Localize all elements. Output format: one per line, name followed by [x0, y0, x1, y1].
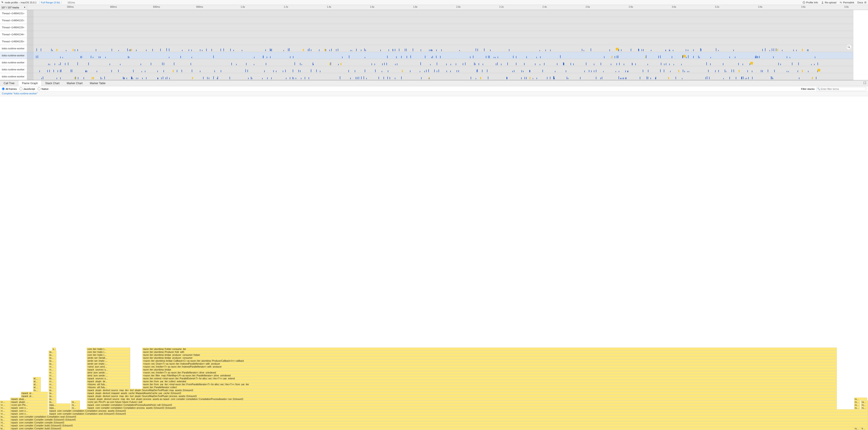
track-lane[interactable]: [27, 31, 868, 38]
flame-frame[interactable]: rspack_pl…: [21, 395, 48, 397]
flame-frame[interactable]: <r…: [49, 365, 57, 368]
timeline-track[interactable]: tokio-runtime-worker: [0, 59, 868, 66]
flame-frame[interactable]: <r…: [49, 386, 57, 389]
timeline-track[interactable]: Thread <14904135>: [0, 38, 868, 45]
flame-frame[interactable]: serde::ser::impls::…: [87, 359, 130, 362]
flame-frame[interactable]: <rayon::iter::plumbing::bridge::Callback…: [143, 359, 837, 362]
flame-frame[interactable]: rspack_core::compiler::compilation::Comp…: [49, 412, 868, 415]
bottom-tab-call-tree[interactable]: Call Tree: [0, 80, 18, 86]
flame-frame[interactable]: al…: [33, 383, 41, 386]
track-name[interactable]: Thread <14904134>: [0, 31, 27, 38]
filter-stacks-input[interactable]: [816, 87, 866, 91]
flame-frame[interactable]: ra…: [49, 377, 57, 380]
range-link[interactable]: Full Range (3.9s): [39, 1, 62, 4]
flame-frame[interactable]: <core::pin::Pin<P> as core::future::futu…: [87, 401, 837, 403]
track-name[interactable]: tokio-runtime-worker: [0, 73, 27, 80]
flame-frame[interactable]: simd_json::serde::…: [87, 371, 130, 374]
flame-frame[interactable]: rs…: [854, 398, 867, 400]
track-name[interactable]: tokio-runtime-worker: [0, 66, 27, 73]
flame-frame[interactable]: rspack_core::compiler::Compiler::build::…: [10, 424, 868, 427]
flame-frame[interactable]: rspack_core::compiler::compilation::Comp…: [49, 409, 868, 412]
flame-frame[interactable]: rs…: [0, 415, 10, 418]
flame-frame[interactable]: tr…: [861, 427, 868, 430]
flame-frame[interactable]: ra…: [49, 362, 57, 365]
flame-frame[interactable]: rs…: [854, 406, 860, 409]
permalink-button[interactable]: Permalink: [839, 1, 854, 4]
flame-frame[interactable]: rs…: [33, 389, 41, 392]
flame-frame[interactable]: serde::ser::impls::…: [87, 362, 130, 365]
flame-frame[interactable]: rspack_sources::s…: [87, 377, 130, 380]
flame-frame[interactable]: <r…: [0, 406, 10, 409]
flame-frame[interactable]: rayon::iter::from_par_iter::collect_exte…: [143, 380, 837, 383]
flame-frame[interactable]: <core::pin::Pin…: [10, 403, 48, 406]
flame-frame[interactable]: rs…: [854, 427, 860, 430]
track-name[interactable]: tokio-runtime-worker: [0, 45, 27, 52]
flame-frame[interactable]: rspack_sources::s…: [87, 368, 130, 371]
flame-frame[interactable]: rayon::iter::plumbing::bridge_producer_c…: [143, 354, 837, 356]
flame-frame[interactable]: rayon::iter::extend::<impl rayon::iter::…: [143, 377, 837, 380]
flame-frame[interactable]: ra…: [49, 401, 57, 403]
filter-javascript[interactable]: JavaScript: [20, 87, 35, 90]
flame-frame[interactable]: <r…: [0, 403, 10, 406]
flame-frame[interactable]: rs…: [71, 401, 80, 403]
flame-frame[interactable]: rspack_core::compiler::compilation::Comp…: [10, 415, 868, 418]
flame-frame[interactable]: <futures_util::futu…: [87, 386, 130, 389]
flame-frame[interactable]: ra…: [49, 359, 57, 362]
flame-frame[interactable]: rspack_core::c…: [10, 409, 48, 412]
flame-frame[interactable]: rspack_plugin_de…: [87, 380, 130, 383]
flame-frame[interactable]: rs…: [854, 401, 860, 403]
flame-frame[interactable]: rspa…: [49, 403, 70, 406]
track-lane[interactable]: [27, 24, 868, 31]
flame-frame[interactable]: rspack_core::compiler::Compiler::compile…: [10, 418, 868, 421]
flame-frame[interactable]: <r…: [49, 371, 57, 374]
track-name[interactable]: tokio-runtime-worker: [0, 52, 27, 59]
filter-all-radio[interactable]: [2, 87, 5, 90]
bottom-tab-stack-chart[interactable]: Stack Chart: [42, 80, 63, 86]
flame-frame[interactable]: <rayon::vec::Drain<T> as rayon::iter::In…: [143, 362, 837, 365]
flame-frame[interactable]: rspack_core::compiler::compilation::Comp…: [87, 403, 837, 406]
flame-frame[interactable]: ra…: [49, 398, 57, 400]
track-lane[interactable]: [27, 59, 868, 66]
flame-frame[interactable]: rs…: [854, 403, 860, 406]
flame-frame[interactable]: <rayon::iter::filter_map::FilterMap<I,P>…: [143, 374, 837, 377]
flame-frame[interactable]: ra…: [49, 354, 57, 356]
flame-frame[interactable]: rayon::iter::from_par_iter::<impl rayon:…: [143, 383, 837, 386]
flame-graph[interactable]: st…core::iter::traits::i…rayon::iter::pl…: [0, 96, 868, 430]
flame-frame[interactable]: rspack_plugin_devtool::source_map_dev_to…: [87, 395, 837, 397]
filter-all-frames[interactable]: All frames: [2, 87, 17, 90]
flame-frame[interactable]: rspack_plugin_devtool::source_map_dev_to…: [87, 389, 837, 392]
flame-frame[interactable]: simd_json::serde::…: [87, 374, 130, 377]
flame-frame[interactable]: st…: [52, 348, 56, 350]
flame-frame[interactable]: rspack_core::c…: [10, 406, 48, 409]
flame-frame[interactable]: rspack_core::c…: [10, 412, 48, 415]
flame-frame[interactable]: rspack_core::compiler::compilation::Comp…: [87, 406, 837, 409]
flame-frame[interactable]: to…: [0, 427, 10, 430]
flame-frame[interactable]: <t…: [0, 421, 10, 424]
reupload-button[interactable]: Re-upload: [821, 1, 836, 4]
timeline-panel[interactable]: Thread <14904131>Thread <14904132>Thread…: [0, 10, 868, 80]
timeline-track[interactable]: Thread <14904131>: [0, 10, 868, 17]
flame-frame[interactable]: <r…: [0, 409, 10, 412]
filter-native[interactable]: Native: [38, 87, 49, 90]
track-lane[interactable]: [27, 52, 868, 59]
flame-frame[interactable]: <r…: [49, 380, 57, 383]
timeline-track[interactable]: tokio-runtime-worker: [0, 45, 868, 52]
expand-panel-button[interactable]: [862, 81, 868, 85]
track-lane[interactable]: [27, 10, 868, 17]
flame-frame[interactable]: <r…: [0, 401, 10, 403]
flame-frame[interactable]: al…: [33, 380, 41, 383]
track-lane[interactable]: [27, 73, 868, 80]
zoom-button[interactable]: [846, 44, 852, 50]
tracks-count-dropdown[interactable]: 107 / 107 tracks ▼: [0, 5, 27, 10]
flame-frame[interactable]: ra…: [861, 401, 868, 403]
flame-frame[interactable]: rspack_plugin_…: [10, 401, 48, 403]
docs-button[interactable]: Docs: [857, 1, 867, 4]
flame-frame[interactable]: rs…: [861, 403, 868, 406]
flame-frame[interactable]: rspa…: [49, 406, 70, 409]
filter-native-radio[interactable]: [38, 87, 40, 90]
timeline-track[interactable]: tokio-runtime-worker: [0, 52, 868, 59]
flame-frame[interactable]: core::iter::traits::i…: [87, 354, 130, 356]
flame-frame[interactable]: rs…: [861, 406, 868, 409]
flame-frame[interactable]: <r…: [0, 412, 10, 415]
flame-frame[interactable]: <r…: [49, 368, 57, 371]
